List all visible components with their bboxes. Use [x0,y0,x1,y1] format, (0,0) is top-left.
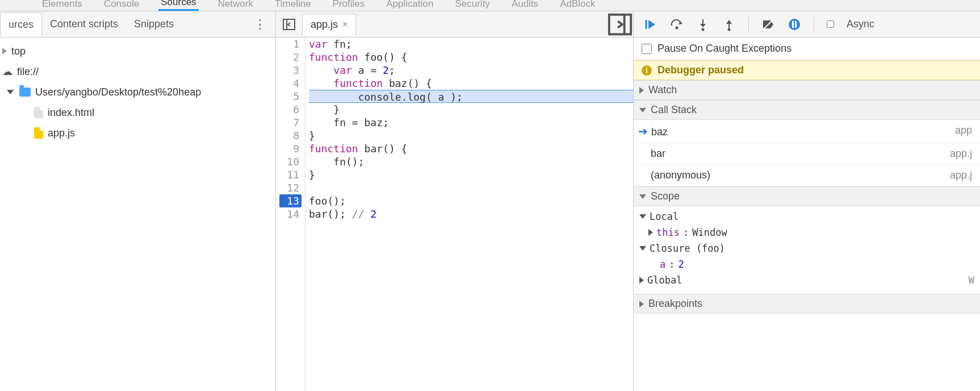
stack-frame[interactable]: bar app.j [634,143,980,165]
tab-console[interactable]: Console [102,0,141,11]
scope-closure[interactable]: Closure (foo) [639,240,974,256]
svg-point-7 [676,26,679,29]
folder-icon [19,88,31,97]
current-frame-icon: ➔ [638,125,648,138]
tab-application[interactable]: Application [384,0,435,11]
closure-label: Closure (foo) [650,243,725,254]
file-index-label: index.html [48,102,94,123]
tree-file-index[interactable]: index.html [2,102,273,123]
svg-rect-17 [792,21,794,28]
chevron-down-icon [639,194,646,199]
file-tab-label: app.js [311,19,338,31]
svg-point-10 [702,28,705,31]
step-into-icon[interactable] [696,18,710,31]
this-key: this [656,227,680,238]
scope-label: Scope [651,190,680,202]
info-icon: i [642,65,652,76]
tab-sources[interactable]: Sources [158,0,198,11]
content-scripts-subtab[interactable]: Content scripts [42,13,126,36]
more-menu-icon[interactable]: ⋮ [254,17,266,32]
watch-section[interactable]: Watch [634,80,980,100]
scope-this[interactable]: this: Window [639,224,974,240]
file-navigator: urces Content scripts Snippets ⋮ top ☁ f… [0,11,276,391]
step-out-icon[interactable] [722,18,736,31]
svg-rect-2 [609,14,631,34]
svg-point-13 [728,28,731,31]
pause-exceptions-icon[interactable] [788,18,801,31]
resume-icon[interactable] [644,18,657,31]
call-stack-label: Call Stack [651,104,697,116]
file-scheme-label: file:// [17,61,39,82]
tree-top[interactable]: top [2,41,273,61]
toggle-navigator-icon[interactable] [276,18,302,31]
svg-marker-6 [679,21,682,24]
call-stack-section[interactable]: Call Stack [634,100,980,120]
file-icon [34,107,43,118]
folder-path-label: Users/yangbo/Desktop/test%20heap [35,82,201,102]
tab-timeline[interactable]: Timeline [273,0,313,11]
frame-source: app.j [950,169,972,181]
chevron-down-icon [639,108,646,113]
sources-subtab[interactable]: urces [0,13,42,37]
svg-point-16 [789,19,800,30]
svg-marker-9 [700,24,706,27]
frame-source: app [955,124,972,138]
tab-elements[interactable]: Elements [40,0,85,11]
stack-frame[interactable]: (anonymous) app.j [634,165,980,186]
chevron-right-icon [639,277,644,284]
cloud-icon: ☁ [2,61,12,82]
tab-network[interactable]: Network [216,0,256,11]
tab-profiles[interactable]: Profiles [330,0,367,11]
chevron-right-icon [648,229,653,236]
deactivate-breakpoints-icon[interactable] [761,18,775,31]
breakpoints-section[interactable]: Breakpoints [634,294,980,314]
blank-icon [2,48,7,55]
closure-key: a [660,259,665,270]
frame-name: bar [651,148,665,160]
paused-label: Debugger paused [657,64,744,76]
frame-name: (anonymous) [651,169,710,181]
global-value: W [969,274,974,286]
tree-file-app[interactable]: app.js [2,123,273,143]
watch-label: Watch [648,84,677,96]
js-file-icon [34,127,43,139]
this-value: Window [692,227,727,238]
async-checkbox[interactable] [827,20,834,28]
scope-closure-var[interactable]: a: 2 [639,256,974,272]
tab-security[interactable]: Security [453,0,492,11]
tree-folder[interactable]: Users/yangbo/Desktop/test%20heap [2,82,273,102]
editor-panel: app.js × 1234567891011121314 var fn;func… [276,11,634,391]
code-editor[interactable]: 1234567891011121314 var fn;function foo(… [276,38,633,391]
frame-source: app.j [950,148,972,160]
tree-file-scheme[interactable]: ☁ file:// [2,61,273,82]
tab-audits[interactable]: Audits [509,0,541,11]
pause-on-caught-checkbox[interactable] [642,44,652,54]
toggle-debugger-icon[interactable] [607,11,633,38]
stack-frame[interactable]: ➔baz app [634,120,980,143]
frame-name: baz [651,126,668,138]
file-tab-app[interactable]: app.js × [302,14,356,36]
chevron-down-icon [7,90,14,94]
pause-on-caught-label: Pause On Caught Exceptions [657,43,791,55]
chevron-down-icon [639,214,646,219]
debugger-panel: Async Pause On Caught Exceptions i Debug… [634,11,980,391]
svg-rect-18 [795,21,797,28]
step-over-icon[interactable] [670,18,684,31]
tab-adblock[interactable]: AdBlock [558,0,597,11]
chevron-down-icon [639,246,646,251]
close-tab-icon[interactable]: × [342,19,347,30]
local-label: Local [650,211,679,222]
chevron-right-icon [639,87,644,94]
global-label: Global [647,274,682,286]
async-label: Async [847,18,874,30]
svg-rect-0 [283,19,295,30]
closure-value: 2 [679,259,684,270]
scope-local[interactable]: Local [639,209,974,224]
file-app-label: app.js [48,123,75,143]
scope-global[interactable]: Global W [639,272,974,288]
paused-banner: i Debugger paused [634,60,980,80]
chevron-right-icon [639,301,644,307]
scope-section[interactable]: Scope [634,186,980,206]
tree-top-label: top [11,41,26,61]
snippets-subtab[interactable]: Snippets [126,13,182,36]
